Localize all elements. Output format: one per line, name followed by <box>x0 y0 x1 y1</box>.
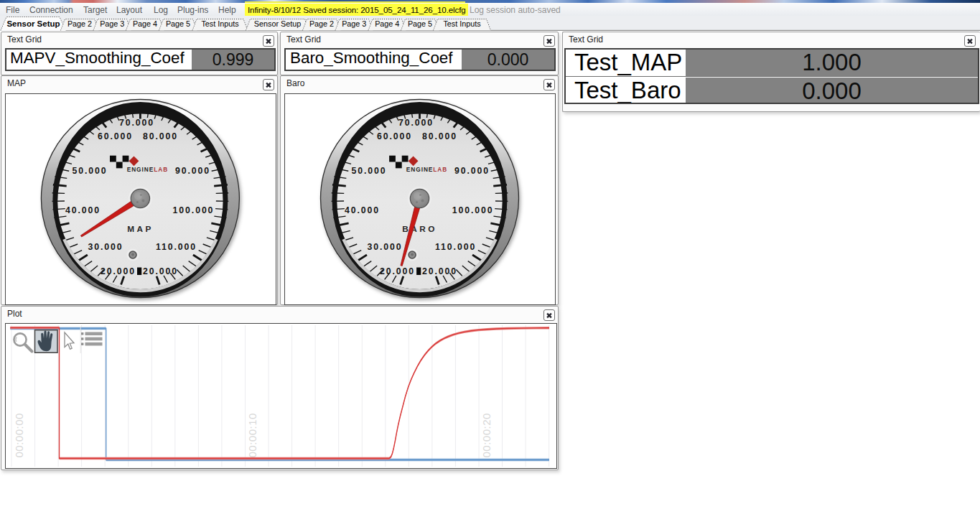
svg-text:80.000: 80.000 <box>422 131 457 141</box>
svg-text:70.000: 70.000 <box>398 118 434 128</box>
svg-text:Page 3: Page 3 <box>342 19 366 28</box>
svg-text:110.000: 110.000 <box>156 242 197 252</box>
svg-text:Page 3: Page 3 <box>100 19 124 28</box>
svg-text:00:00:20: 00:00:20 <box>480 413 493 457</box>
svg-text:Page 4: Page 4 <box>133 19 157 28</box>
svg-text:Page 2: Page 2 <box>309 19 334 28</box>
svg-text:Sensor Setup: Sensor Setup <box>6 19 60 28</box>
svg-text:00:00:10: 00:00:10 <box>246 413 258 457</box>
svg-text:90.000: 90.000 <box>454 166 490 176</box>
svg-text:Page 2: Page 2 <box>67 19 92 28</box>
svg-text:BARO: BARO <box>402 224 437 234</box>
svg-text:20.000: 20.000 <box>422 266 457 276</box>
svg-text:20.000: 20.000 <box>143 266 178 276</box>
svg-text:20.000: 20.000 <box>101 266 136 276</box>
svg-text:100.000: 100.000 <box>452 205 494 215</box>
svg-text:30.000: 30.000 <box>88 242 123 252</box>
svg-text:40.000: 40.000 <box>65 205 101 215</box>
svg-text:Page 5: Page 5 <box>408 19 432 28</box>
svg-text:30.000: 30.000 <box>368 242 403 252</box>
svg-text:80.000: 80.000 <box>143 131 178 141</box>
svg-text:60.000: 60.000 <box>98 131 133 141</box>
svg-text:00:00:00: 00:00:00 <box>13 413 25 457</box>
svg-text:Page 5: Page 5 <box>166 19 190 28</box>
svg-text:60.000: 60.000 <box>377 131 412 141</box>
svg-text:MAP: MAP <box>127 224 154 234</box>
svg-text:Test Inputs: Test Inputs <box>443 19 481 28</box>
svg-text:Test Inputs: Test Inputs <box>201 19 239 28</box>
svg-text:70.000: 70.000 <box>119 118 154 128</box>
svg-text:ENGINELAB: ENGINELAB <box>127 166 168 173</box>
svg-text:100.000: 100.000 <box>173 205 215 215</box>
svg-text:90.000: 90.000 <box>175 166 210 176</box>
svg-text:50.000: 50.000 <box>352 166 387 176</box>
svg-text:Sensor Setup: Sensor Setup <box>254 19 301 28</box>
svg-text:Page 4: Page 4 <box>375 19 399 28</box>
svg-text:ENGINELAB: ENGINELAB <box>406 166 447 173</box>
svg-text:20.000: 20.000 <box>380 266 415 276</box>
svg-text:50.000: 50.000 <box>72 166 107 176</box>
svg-text:110.000: 110.000 <box>435 242 476 252</box>
svg-text:40.000: 40.000 <box>345 205 380 215</box>
